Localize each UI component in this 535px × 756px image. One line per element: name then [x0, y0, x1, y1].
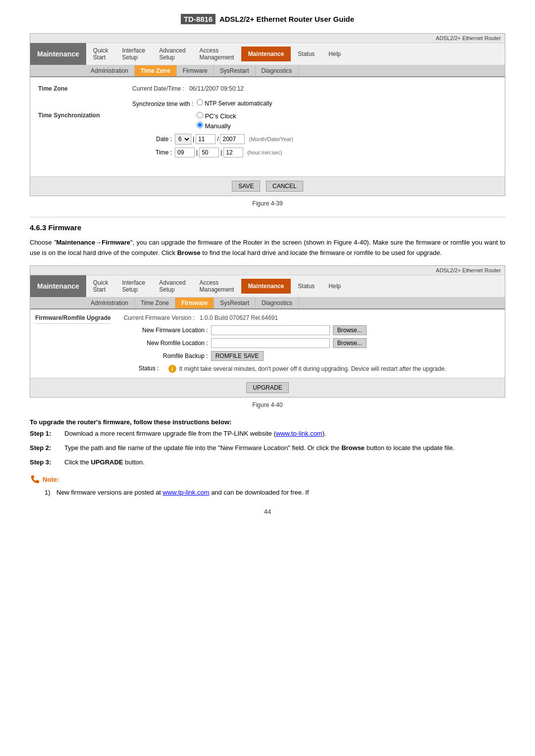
step-1: Step 1: Download a more recent firmware …: [30, 429, 505, 439]
tab-help[interactable]: Help: [321, 47, 348, 61]
tab2-advanced-setup[interactable]: AdvancedSetup: [152, 275, 192, 297]
time-hint: (hour:min:sec): [247, 150, 282, 155]
note-text-1: New firmware versions are posted at www.…: [56, 488, 505, 498]
date-year-input[interactable]: [220, 134, 245, 144]
fw-btn-row: UPGRADE: [30, 378, 505, 397]
step-1-label: Step 1:: [30, 429, 64, 439]
router-label: ADSL2/2+ Ethernet Router: [436, 35, 501, 41]
fw-location-input[interactable]: [211, 325, 330, 335]
status-text: It might take several minutes, don't pow…: [179, 365, 446, 373]
radio-ntp: NTP Server automatically: [197, 99, 272, 107]
tab-advanced-setup[interactable]: AdvancedSetup: [152, 43, 192, 65]
current-datetime: Current Date/Time : 06/11/2007 09:50:12: [117, 85, 497, 92]
status-label: Status :: [139, 365, 168, 372]
time-label: Time :: [132, 149, 172, 156]
romfile-backup-label: Romfile Backup :: [124, 353, 208, 359]
router-ui-box-fig40: ADSL2/2+ Ethernet Router Maintenance Qui…: [30, 265, 505, 398]
sub-tab2-administration[interactable]: Administration: [85, 298, 135, 308]
romfile-browse-button[interactable]: Browse...: [333, 338, 367, 348]
tab-access-management[interactable]: AccessManagement: [193, 43, 241, 65]
radio-pc-label: PC's Clock: [205, 112, 236, 120]
firmware-content-wrapper: Firmware/Romfile Upgrade Current Firmwar…: [30, 309, 505, 378]
tz-sync-title: Time Synchronization: [38, 112, 112, 119]
romfile-backup-row: Romfile Backup : ROMFILE SAVE: [124, 351, 497, 361]
router-label-2: ADSL2/2+ Ethernet Router: [436, 267, 501, 273]
time-hour-input[interactable]: [175, 148, 195, 157]
tab2-maintenance[interactable]: Maintenance: [241, 279, 291, 294]
nav-sidebar-maintenance-2: Maintenance: [30, 275, 86, 297]
nav-tabs: QuickStart InterfaceSetup AdvancedSetup …: [86, 43, 505, 65]
note-icon: [30, 475, 40, 485]
current-datetime-value: 06/11/2007 09:50:12: [189, 85, 244, 92]
tab2-help[interactable]: Help: [321, 279, 348, 294]
sub-tab-firmware[interactable]: Firmware: [177, 65, 214, 76]
sub-tab2-time-zone[interactable]: Time Zone: [135, 298, 175, 308]
tz-labels: Time Zone Time Synchronization: [38, 85, 117, 160]
fw-browse-button[interactable]: Browse...: [333, 325, 367, 335]
steps-heading: To upgrade the router's firmware, follow…: [30, 418, 505, 426]
fw-sidebar: Firmware/Romfile Upgrade: [30, 309, 116, 378]
fw-location-label: New Firmware Location :: [124, 327, 208, 334]
time-min-input[interactable]: [199, 148, 219, 157]
tz-title: Time Zone: [38, 85, 112, 92]
tab-quick-start[interactable]: QuickStart: [86, 43, 115, 65]
nav-tabs-2: QuickStart InterfaceSetup AdvancedSetup …: [86, 275, 505, 297]
radio-manual-label: Manually: [205, 122, 231, 130]
sub-tab-time-zone[interactable]: Time Zone: [135, 65, 177, 76]
sync-label: Synchronize time with :: [132, 101, 197, 107]
date-row: Date : 6 | / (Month/Date/Year): [132, 134, 497, 145]
sub-tab2-diagnostics[interactable]: Diagnostics: [256, 298, 299, 308]
step-2: Step 2: Type the path and file name of t…: [30, 443, 505, 454]
fw-location-row: New Firmware Location : Browse...: [124, 325, 497, 335]
tab2-status[interactable]: Status: [291, 279, 321, 294]
main-nav: Maintenance QuickStart InterfaceSetup Ad…: [30, 43, 505, 65]
step-2-content: Type the path and file name of the updat…: [64, 443, 505, 454]
sub-tab2-firmware[interactable]: Firmware: [175, 298, 214, 308]
tab2-quick-start[interactable]: QuickStart: [86, 275, 115, 297]
save-button[interactable]: SAVE: [232, 181, 260, 192]
fw-current-value: 1.0.0 Build 070627 Rel.64691: [200, 314, 278, 321]
section-463-heading: 4.6.3 Firmware: [30, 223, 505, 232]
sub-nav-fig39: Administration Time Zone Firmware SysRes…: [30, 65, 505, 77]
status-info: i It might take several minutes, don't p…: [168, 365, 446, 373]
steps-section: To upgrade the router's firmware, follow…: [30, 418, 505, 467]
info-icon: i: [168, 365, 176, 373]
time-sec-input[interactable]: [223, 148, 243, 157]
date-day-input[interactable]: [196, 134, 215, 144]
figure40-caption: Figure 4-40: [30, 402, 505, 408]
romfile-save-button[interactable]: ROMFILE SAVE: [211, 351, 264, 361]
radio-ntp-input[interactable]: [197, 99, 203, 105]
radio-manual-input[interactable]: [197, 122, 203, 128]
radio-pc-row: PC's Clock: [132, 112, 497, 120]
upgrade-button[interactable]: UPGRADE: [246, 382, 288, 393]
tab-maintenance[interactable]: Maintenance: [241, 47, 291, 61]
tz-btn-row: SAVE CANCEL: [30, 176, 505, 196]
sub-tab-sysrestart[interactable]: SysRestart: [214, 65, 256, 76]
date-label: Date :: [132, 136, 172, 143]
sub-tab2-sysrestart[interactable]: SysRestart: [214, 298, 256, 308]
nav-sidebar-maintenance: Maintenance: [30, 43, 86, 65]
tab-status[interactable]: Status: [291, 47, 321, 61]
router-top-bar: ADSL2/2+ Ethernet Router: [30, 34, 505, 43]
tp-link-url-1[interactable]: www.tp-link.com: [276, 430, 322, 437]
note-section: Note: 1) New firmware versions are poste…: [30, 475, 505, 498]
radio-pc-input[interactable]: [197, 112, 203, 118]
sync-label-row: Synchronize time with : NTP Server autom…: [132, 99, 497, 109]
tab2-interface-setup[interactable]: InterfaceSetup: [115, 275, 153, 297]
cancel-button[interactable]: CANCEL: [266, 181, 303, 192]
tp-link-url-2[interactable]: www.tp-link.com: [163, 489, 210, 496]
sub-tab-administration[interactable]: Administration: [85, 65, 135, 76]
tab-interface-setup[interactable]: InterfaceSetup: [115, 43, 153, 65]
fw-current-label: Current Firmware Version :: [124, 314, 195, 321]
fw-form: Current Firmware Version : 1.0.0 Build 0…: [116, 309, 505, 378]
note-num-1: 1): [45, 488, 56, 498]
sub-tab-diagnostics[interactable]: Diagnostics: [256, 65, 299, 76]
doc-header: TD-8816 ADSL2/2+ Ethernet Router User Gu…: [30, 15, 505, 23]
tab2-access-management[interactable]: AccessManagement: [193, 275, 241, 297]
main-nav-2: Maintenance QuickStart InterfaceSetup Ad…: [30, 275, 505, 298]
romfile-location-input[interactable]: [211, 338, 330, 348]
date-month-select[interactable]: 6: [175, 134, 191, 145]
step-3-label: Step 3:: [30, 457, 64, 468]
figure39-caption: Figure 4-39: [30, 200, 505, 207]
router-top-bar-2: ADSL2/2+ Ethernet Router: [30, 266, 505, 275]
